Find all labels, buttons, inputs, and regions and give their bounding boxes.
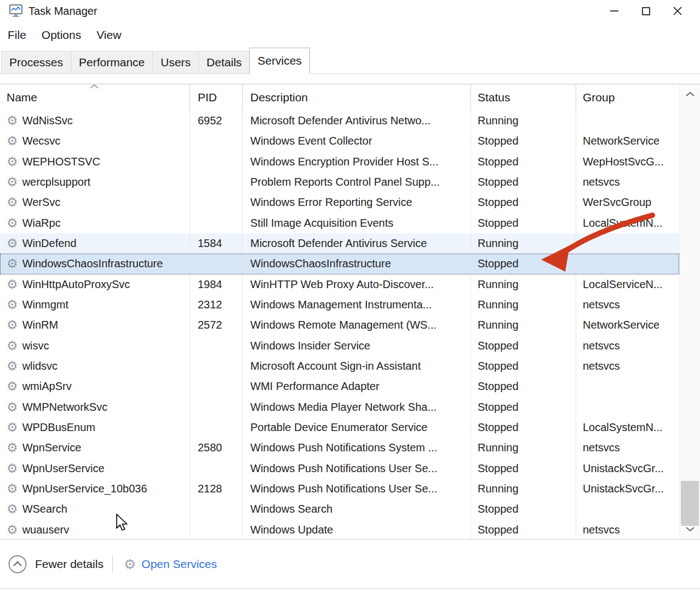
service-name: wisvc (22, 340, 49, 352)
tab-processes[interactable]: Processes (1, 51, 71, 73)
tab-services[interactable]: Services (249, 48, 310, 74)
table-row[interactable]: ⚙ WPDBusEnum Portable Device Enumerator … (0, 417, 679, 438)
tab-performance[interactable]: Performance (71, 51, 153, 73)
table-row[interactable]: ⚙ WerSvc Windows Error Reporting Service… (0, 192, 679, 213)
task-manager-icon (9, 4, 23, 18)
service-name: Winmgmt (22, 299, 68, 311)
service-group: UnistackSvcGr... (576, 458, 679, 479)
service-group: LocalServiceN... (576, 274, 679, 295)
service-name: WinRM (22, 319, 59, 331)
open-services-link[interactable]: ⚙ Open Services (124, 558, 217, 571)
service-status: Stopped (471, 499, 576, 519)
gear-icon: ⚙ (7, 156, 18, 168)
service-status: Stopped (471, 458, 576, 479)
service-name: WpnUserService (22, 462, 105, 475)
gear-icon: ⚙ (7, 135, 18, 147)
title-bar: Task Manager (0, 0, 700, 22)
table-row[interactable]: ⚙ Winmgmt 2312 Windows Management Instru… (0, 295, 679, 315)
table-row[interactable]: ⚙ WdNisSvc 6952 Microsoft Defender Antiv… (0, 111, 679, 131)
service-pid (190, 356, 243, 376)
service-group (576, 499, 679, 519)
service-name: WEPHOSTSVC (22, 156, 100, 168)
chevron-down-icon (685, 526, 695, 532)
table-row[interactable]: ⚙ wmiApSrv WMI Performance Adapter Stopp… (0, 376, 679, 397)
service-group: LocalSystemN... (576, 417, 679, 438)
table-body: ⚙ WdNisSvc 6952 Microsoft Defender Antiv… (0, 111, 679, 540)
gear-icon: ⚙ (124, 558, 136, 571)
table-row[interactable]: ⚙ wercplsupport Problem Reports Control … (0, 172, 679, 192)
close-button[interactable] (662, 0, 693, 22)
service-name: WiaRpc (22, 217, 61, 229)
table-row[interactable]: ⚙ WSearch Windows Search Stopped (0, 499, 679, 519)
table-row[interactable]: ⚙ WpnUserService_10b036 2128 Windows Pus… (0, 479, 679, 499)
menu-options[interactable]: Options (34, 28, 89, 42)
minimize-icon (610, 10, 618, 12)
minimize-button[interactable] (598, 0, 630, 22)
fewer-details-toggle[interactable]: Fewer details (8, 554, 104, 574)
service-group (576, 254, 679, 274)
service-description: Still Image Acquisition Events (243, 213, 471, 233)
column-header-status[interactable]: Status (471, 84, 576, 111)
table-row[interactable]: ⚙ WinRM 2572 Windows Remote Management (… (0, 315, 679, 335)
table-row[interactable]: ⚙ WinHttpAutoProxySvc 1984 WinHTTP Web P… (0, 274, 679, 295)
service-status: Running (471, 233, 576, 254)
service-description: Windows Push Notifications User Se... (243, 458, 471, 479)
service-pid (190, 192, 243, 213)
service-description: Windows Update (243, 520, 471, 540)
table-row[interactable]: ⚙ WindowsChaosInfrastructure WindowsChao… (0, 254, 679, 274)
service-status: Running (471, 479, 576, 499)
service-group: WepHostSvcG... (576, 152, 679, 172)
table-row[interactable]: ⚙ WinDefend 1584 Microsoft Defender Anti… (0, 233, 679, 254)
table-row[interactable]: ⚙ WMPNetworkSvc Windows Media Player Net… (0, 397, 679, 417)
services-table: Name PID Description Status Group ⚙ WdNi… (0, 84, 700, 540)
service-status: Stopped (471, 376, 576, 397)
service-name: WinDefend (22, 237, 77, 250)
tab-users[interactable]: Users (152, 51, 199, 73)
service-status: Stopped (471, 131, 576, 151)
service-pid: 2572 (190, 315, 243, 335)
service-group: WerSvcGroup (576, 192, 679, 213)
service-pid: 1584 (190, 233, 243, 254)
table-row[interactable]: ⚙ WEPHOSTSVC Windows Encryption Provider… (0, 152, 679, 172)
window-bottom-edge (0, 588, 700, 589)
service-pid (190, 213, 243, 233)
service-pid (190, 376, 243, 397)
service-name: WpnService (22, 441, 82, 454)
service-pid: 6952 (190, 111, 243, 131)
table-row[interactable]: ⚙ wuauserv Windows Update Stopped netsvc… (0, 520, 679, 540)
service-name: WpnUserService_10b036 (22, 483, 147, 495)
service-description: Windows Event Collector (243, 131, 471, 151)
service-status: Running (471, 111, 576, 131)
service-group: netsvcs (576, 438, 679, 458)
service-name: WindowsChaosInfrastructure (22, 257, 163, 270)
gear-icon: ⚙ (7, 114, 18, 127)
tab-details[interactable]: Details (198, 51, 250, 73)
scrollbar-down-button[interactable] (680, 520, 700, 538)
table-row[interactable]: ⚙ WiaRpc Still Image Acquisition Events … (0, 213, 679, 233)
menu-view[interactable]: View (89, 28, 129, 42)
column-header-group[interactable]: Group (576, 84, 679, 111)
gear-icon: ⚙ (7, 278, 18, 291)
service-status: Running (471, 438, 576, 458)
service-name: WinHttpAutoProxySvc (22, 278, 130, 291)
table-row[interactable]: ⚙ Wecsvc Windows Event Collector Stopped… (0, 131, 679, 151)
vertical-scrollbar[interactable] (679, 84, 700, 539)
maximize-button[interactable] (630, 0, 662, 22)
column-header-pid[interactable]: PID (190, 84, 243, 111)
column-header-description[interactable]: Description (243, 84, 471, 111)
table-row[interactable]: ⚙ WpnUserService Windows Push Notificati… (0, 458, 679, 479)
service-description: Portable Device Enumerator Service (243, 417, 471, 438)
service-description: Microsoft Defender Antivirus Service (243, 233, 471, 254)
scrollbar-thumb[interactable] (681, 481, 699, 526)
gear-icon: ⚙ (7, 483, 18, 495)
close-icon (673, 6, 682, 16)
scrollbar-up-button[interactable] (680, 85, 700, 103)
service-description: Windows Encryption Provider Host S... (243, 152, 471, 172)
table-row[interactable]: ⚙ wisvc Windows Insider Service Stopped … (0, 336, 679, 356)
service-status: Stopped (471, 192, 576, 213)
menu-file[interactable]: File (0, 28, 34, 42)
service-pid (190, 172, 243, 192)
table-row[interactable]: ⚙ wlidsvc Microsoft Account Sign-in Assi… (0, 356, 679, 376)
table-row[interactable]: ⚙ WpnService 2580 Windows Push Notificat… (0, 438, 679, 458)
service-group (576, 233, 679, 254)
